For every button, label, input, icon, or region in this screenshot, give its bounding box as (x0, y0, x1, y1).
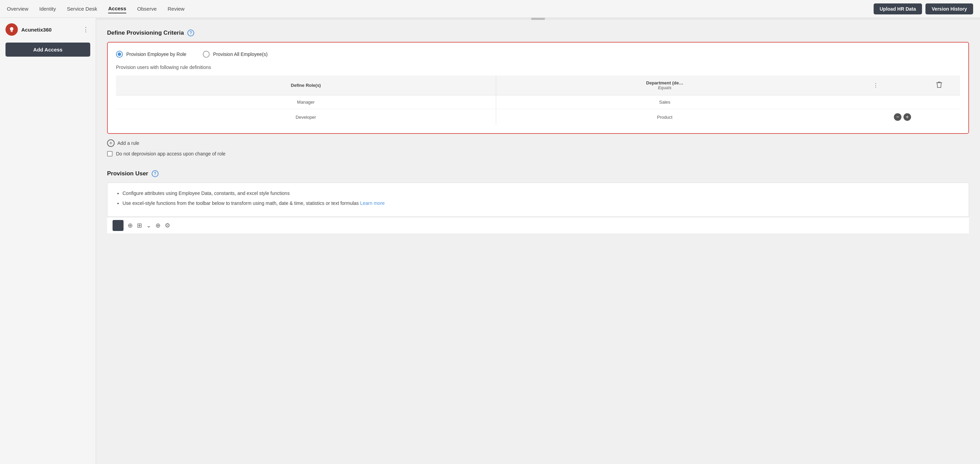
table-row: Manager Sales (116, 96, 960, 109)
row1-actions (834, 96, 918, 109)
toolbar-icon-3[interactable]: ⌄ (146, 222, 151, 229)
define-provisioning-header: Define Provisioning Criteria ? (107, 30, 969, 37)
no-deprovision-checkbox-row[interactable]: Do not deprovision app access upon chang… (107, 151, 969, 156)
delete-column-button[interactable] (936, 81, 942, 89)
row2-action-buttons: − + (840, 113, 911, 121)
row1-dept: Sales (496, 96, 834, 109)
toolbar-icon-2[interactable]: ⊞ (137, 222, 142, 229)
row1-delete (918, 96, 960, 109)
radio-options: Provision Employee by Role Provision All… (116, 51, 960, 57)
provision-user-box: Configure attributes using Employee Data… (107, 183, 969, 217)
col-header-roles: Define Role(s) (116, 75, 496, 96)
rule-table: Define Role(s) Department (de… Equals (116, 75, 960, 125)
table-row: Developer Product − + (116, 109, 960, 125)
add-row-button[interactable]: + (904, 113, 911, 121)
nav-item-observe[interactable]: Observe (137, 5, 157, 13)
provision-user-list: Configure attributes using Employee Data… (116, 190, 961, 207)
nav-item-access[interactable]: Access (108, 4, 126, 13)
col-header-dept: Department (de… Equals (496, 75, 834, 96)
radio-label-role: Provision Employee by Role (126, 51, 186, 57)
learn-more-link[interactable]: Learn more (360, 201, 385, 206)
bottom-toolbar: ⊕ ⊞ ⌄ ⊕ ⚙ (107, 217, 969, 233)
nav-item-service-desk[interactable]: Service Desk (67, 5, 97, 13)
dept-col-subtitle: Equals (658, 86, 671, 90)
row2-delete (918, 109, 960, 125)
provision-user-section: Provision User ? Configure attributes us… (107, 170, 969, 233)
row2-actions: − + (834, 109, 918, 125)
dept-header-content: Department (de… Equals (503, 80, 827, 90)
provision-user-help-icon[interactable]: ? (152, 170, 159, 177)
radio-circle-role (116, 51, 123, 57)
trash-icon (936, 81, 942, 88)
sidebar-menu-button[interactable]: ⋮ (81, 24, 90, 35)
no-deprovision-label: Do not deprovision app access upon chang… (116, 151, 226, 156)
column-menu-button[interactable]: ⋮ (871, 81, 880, 89)
brand-logo-icon (8, 26, 15, 33)
nav-item-review[interactable]: Review (168, 5, 185, 13)
content-area: Define Provisioning Criteria ? Provision… (96, 20, 980, 254)
top-nav: Overview Identity Service Desk Access Ob… (0, 0, 980, 18)
add-rule-button[interactable]: + Add a rule (107, 139, 969, 147)
remove-row-button[interactable]: − (894, 113, 901, 121)
provision-user-bullet-2: Use excel-style functions from the toolb… (123, 200, 961, 207)
nav-item-identity[interactable]: Identity (40, 5, 56, 13)
brand-name: Acunetix360 (21, 27, 51, 33)
row2-role: Developer (116, 109, 496, 125)
toolbar-dark-button[interactable] (113, 220, 124, 231)
main-content: Define Provisioning Criteria ? Provision… (96, 18, 980, 464)
dept-col-title: Department (de… (646, 80, 683, 86)
sidebar-header: Acunetix360 ⋮ (5, 23, 90, 36)
row2-dept: Product (496, 109, 834, 125)
radio-provision-by-role[interactable]: Provision Employee by Role (116, 51, 186, 57)
upload-hr-data-button[interactable]: Upload HR Data (873, 3, 922, 14)
nav-item-overview[interactable]: Overview (7, 5, 29, 13)
nav-items: Overview Identity Service Desk Access Ob… (7, 4, 873, 13)
brand-logo (5, 23, 18, 36)
main-layout: Acunetix360 ⋮ Add Access Define Provisio… (0, 18, 980, 464)
radio-circle-all (203, 51, 210, 57)
radio-provision-all-employees[interactable]: Provision All Employee(s) (203, 51, 268, 57)
toolbar-icon-4[interactable]: ⊕ (156, 222, 161, 229)
scroll-indicator-inner (531, 18, 545, 20)
version-history-button[interactable]: Version History (926, 3, 973, 14)
provision-user-title: Provision User (107, 170, 148, 177)
radio-label-all: Provision All Employee(s) (213, 51, 268, 57)
nav-actions: Upload HR Data Version History (873, 3, 974, 14)
add-access-button[interactable]: Add Access (5, 43, 90, 57)
provision-subtitle: Provision users with following rule defi… (116, 65, 960, 70)
rule-table-wrapper: Define Role(s) Department (de… Equals (116, 75, 960, 125)
provision-user-header: Provision User ? (107, 170, 969, 177)
define-provisioning-help-icon[interactable]: ? (187, 30, 194, 37)
sidebar: Acunetix360 ⋮ Add Access (0, 18, 96, 464)
define-provisioning-title: Define Provisioning Criteria (107, 30, 184, 37)
sidebar-brand: Acunetix360 (5, 23, 51, 36)
col-header-delete (918, 75, 960, 96)
col-header-actions: ⋮ (834, 75, 918, 96)
define-provisioning-section: Define Provisioning Criteria ? Provision… (107, 30, 969, 159)
svg-rect-0 (11, 31, 13, 32)
add-rule-icon: + (107, 139, 115, 147)
bottom-actions: + Add a rule Do not deprovision app acce… (107, 134, 969, 159)
provision-user-bullet-1: Configure attributes using Employee Data… (123, 190, 961, 197)
add-rule-label: Add a rule (117, 140, 139, 146)
row1-role: Manager (116, 96, 496, 109)
provision-user-bullet-2-text: Use excel-style functions from the toolb… (123, 201, 359, 206)
no-deprovision-checkbox[interactable] (107, 151, 113, 156)
toolbar-icon-1[interactable]: ⊕ (128, 222, 133, 229)
toolbar-icon-5[interactable]: ⚙ (165, 222, 170, 229)
provisioning-box: Provision Employee by Role Provision All… (107, 42, 969, 134)
